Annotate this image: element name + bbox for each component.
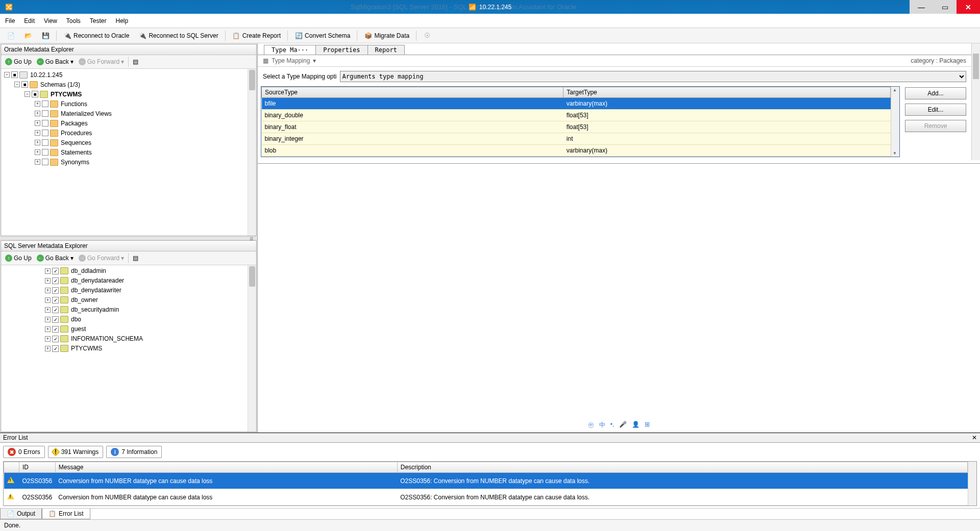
go-back-button[interactable]: ←Go Back▾ (35, 58, 76, 66)
tree-node[interactable]: Synonyms (60, 159, 90, 166)
col-targettype[interactable]: TargetType (564, 87, 891, 98)
checkbox[interactable] (42, 110, 48, 117)
checkbox[interactable]: ✓ (52, 268, 59, 274)
tree-node[interactable]: Procedures (60, 130, 93, 137)
checkbox[interactable]: ✓ (52, 316, 59, 323)
checkbox[interactable]: ✓ (52, 345, 59, 352)
sql-tree[interactable]: +✓db_ddladmin+✓db_denydatareader+✓db_den… (1, 265, 256, 432)
expander-icon[interactable]: + (45, 317, 51, 322)
col-message[interactable]: Message (55, 462, 397, 473)
convert-schema-button[interactable]: 🔄Convert Schema (291, 30, 354, 41)
error-row[interactable]: O2SS0356Conversion from NUMBER datatype … (4, 473, 968, 489)
checkbox[interactable]: ■ (32, 91, 38, 97)
ime-icon[interactable]: ㊥ (588, 421, 594, 429)
filter-warnings[interactable]: !391 Warnings (48, 446, 104, 458)
expander-icon[interactable]: + (45, 268, 51, 274)
scrollbar[interactable] (248, 265, 256, 432)
minimize-button[interactable]: — (910, 0, 933, 14)
error-table[interactable]: ID Message Description O2SS0356Conversio… (3, 461, 977, 506)
go-back-button[interactable]: ←Go Back▾ (35, 254, 76, 262)
migrate-data-button[interactable]: 📦Migrate Data (360, 30, 413, 41)
reconnect-sql-button[interactable]: 🔌Reconnect to SQL Server (135, 30, 222, 41)
tree-node-db[interactable]: PTYCWMS (50, 91, 83, 98)
menu-tools[interactable]: Tools (66, 17, 81, 24)
close-button[interactable]: ✕ (957, 0, 980, 14)
go-up-button[interactable]: ↑Go Up (3, 254, 34, 262)
checkbox[interactable]: ✓ (52, 326, 59, 333)
checkbox[interactable] (42, 149, 48, 156)
add-button[interactable]: Add... (905, 87, 966, 99)
dropdown-icon[interactable]: ▾ (70, 255, 74, 262)
expander-icon[interactable]: + (45, 346, 51, 351)
expander-icon[interactable]: + (35, 101, 40, 107)
expander-icon[interactable]: + (35, 120, 40, 126)
type-mapping-row[interactable]: bfilevarbinary(max) (262, 98, 891, 110)
tree-node-schemas[interactable]: Schemas (1/3) (39, 81, 81, 88)
checkbox[interactable] (42, 139, 48, 146)
menu-tester[interactable]: Tester (90, 17, 107, 24)
expander-icon[interactable]: + (35, 130, 40, 136)
go-forward-button[interactable]: →Go Forward▾ (77, 58, 126, 66)
error-row[interactable]: O2SS0356Conversion from NUMBER datatype … (4, 489, 968, 505)
tree-node[interactable]: Functions (60, 100, 88, 108)
expander-icon[interactable]: + (45, 278, 51, 284)
menu-view[interactable]: View (44, 17, 57, 24)
tree-node[interactable]: Sequences (60, 139, 92, 146)
checkbox[interactable]: ✓ (52, 277, 59, 284)
col-sourcetype[interactable]: SourceType (262, 87, 564, 98)
expander-icon[interactable]: + (45, 336, 51, 342)
go-forward-button[interactable]: →Go Forward▾ (77, 254, 126, 262)
checkbox[interactable]: ✓ (52, 297, 59, 304)
stop-button[interactable]: ⦿ (420, 30, 435, 41)
checkbox[interactable]: ■ (11, 71, 18, 78)
checkbox[interactable] (42, 100, 48, 107)
tab-type-mapping[interactable]: Type Ma··· (264, 45, 316, 55)
menu-edit[interactable]: Edit (24, 17, 35, 24)
tree-node[interactable]: Packages (60, 120, 89, 127)
dropdown-icon[interactable]: ▾ (121, 255, 124, 262)
type-mapping-row[interactable]: binary_floatfloat[53] (262, 121, 891, 133)
scrollbar[interactable] (968, 462, 976, 505)
dropdown-icon[interactable]: ▾ (70, 58, 74, 65)
expander-icon[interactable]: − (24, 91, 30, 97)
tab-error-list[interactable]: 📋Error List (42, 509, 90, 519)
menu-help[interactable]: Help (116, 17, 129, 24)
checkbox[interactable]: ✓ (52, 287, 59, 294)
ime-grid-icon[interactable]: ⊞ (645, 421, 650, 429)
oracle-tree[interactable]: −■10.22.1.245 −■Schemas (1/3) −■PTYCWMS … (1, 69, 256, 236)
ime-mic-icon[interactable]: 🎤 (619, 421, 627, 429)
create-report-button[interactable]: 📋Create Report (229, 30, 284, 41)
type-mapping-grid[interactable]: SourceType TargetType bfilevarbinary(max… (261, 86, 900, 157)
type-mapping-row[interactable]: binary_integerint (262, 133, 891, 145)
reconnect-oracle-button[interactable]: 🔌Reconnect to Oracle (60, 30, 133, 41)
tree-node[interactable]: INFORMATION_SCHEMA (70, 335, 144, 342)
edit-button[interactable]: Edit... (905, 104, 966, 116)
tree-node[interactable]: db_denydatareader (70, 277, 125, 284)
filter-errors[interactable]: ✖0 Errors (3, 446, 45, 458)
nav-extra-button[interactable]: ▤ (131, 254, 140, 262)
expander-icon[interactable]: + (35, 149, 40, 155)
tree-node-server[interactable]: 10.22.1.245 (29, 71, 63, 79)
checkbox[interactable]: ✓ (52, 307, 59, 313)
expander-icon[interactable]: + (45, 297, 51, 303)
tree-node[interactable]: dbo (70, 316, 82, 323)
expander-icon[interactable]: + (35, 111, 40, 116)
ime-toolbar[interactable]: ㊥ 中 •, 🎤 👤 ⊞ (588, 421, 650, 429)
type-mapping-row[interactable]: binary_doublefloat[53] (262, 110, 891, 121)
menu-file[interactable]: File (5, 17, 15, 24)
checkbox[interactable]: ■ (21, 81, 28, 88)
tree-node[interactable]: Materialized Views (60, 110, 113, 117)
close-panel-button[interactable]: ✕ (972, 434, 977, 441)
type-mapping-select[interactable]: Arguments type mapping (340, 71, 966, 82)
expander-icon[interactable]: + (35, 159, 40, 165)
maximize-button[interactable]: ▭ (933, 0, 957, 14)
col-description[interactable]: Description (397, 462, 967, 473)
filter-information[interactable]: i7 Information (106, 446, 162, 458)
go-up-button[interactable]: ↑Go Up (3, 58, 34, 66)
checkbox[interactable]: ✓ (52, 336, 59, 342)
tree-node[interactable]: db_securityadmin (70, 306, 120, 313)
scrollbar[interactable] (248, 69, 256, 236)
checkbox[interactable] (42, 130, 48, 136)
expander-icon[interactable]: − (4, 72, 10, 78)
dropdown-icon[interactable]: ▾ (121, 58, 124, 65)
